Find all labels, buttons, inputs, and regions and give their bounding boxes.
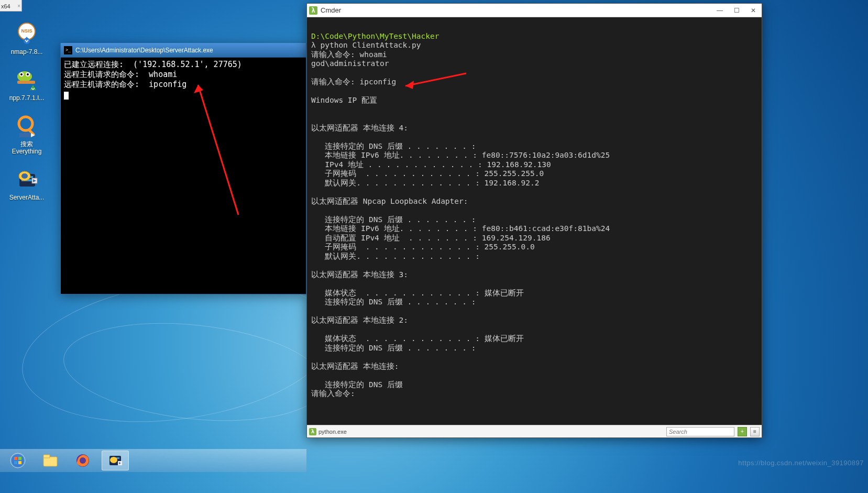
- desktop-icon-nmap[interactable]: NSIS nmap-7.8...: [3, 21, 50, 56]
- cmder-window[interactable]: λ Cmder — ☐ ✕ D:\Code\Python\MyTest\Hack…: [306, 3, 762, 438]
- svg-rect-29: [18, 457, 21, 460]
- svg-point-4: [17, 71, 32, 82]
- terminal-output[interactable]: 已建立远程连接: ('192.168.52.1', 27765) 远程主机请求的…: [61, 58, 306, 102]
- minimize-button[interactable]: —: [711, 4, 728, 17]
- titlebar[interactable]: λ Cmder — ☐ ✕: [307, 4, 762, 17]
- statusbar-tab-label[interactable]: python.exe: [318, 429, 347, 435]
- svg-rect-31: [18, 461, 21, 464]
- search-input[interactable]: [666, 427, 734, 436]
- watermark: https://blog.csdn.net/weixin_39190897: [738, 459, 864, 467]
- taskbar-serverattack-button[interactable]: [102, 451, 129, 470]
- window-title: Cmder: [321, 6, 341, 14]
- desktop-icons: NSIS nmap-7.8... npp.7.7.1.I... 搜索Everyt…: [3, 21, 56, 213]
- statusbar: λ python.exe + ≡: [307, 425, 762, 437]
- taskbar: [0, 449, 306, 472]
- desktop-icon-label: npp.7.7.1.I...: [3, 94, 50, 102]
- menu-button[interactable]: ≡: [750, 427, 760, 436]
- svg-point-8: [27, 73, 29, 75]
- titlebar[interactable]: C:\Users\Administrator\Desktop\ServerAtt…: [61, 43, 306, 58]
- new-tab-button[interactable]: +: [738, 427, 747, 436]
- desktop-icon-label: nmap-7.8...: [3, 48, 50, 56]
- nmap-icon: NSIS: [14, 21, 39, 46]
- desktop-icon-npp[interactable]: npp.7.7.1.I...: [3, 67, 50, 102]
- taskbar-start-button[interactable]: [4, 451, 31, 470]
- cmder-tab-icon: λ: [309, 428, 316, 435]
- window-title: C:\Users\Administrator\Desktop\ServerAtt…: [75, 47, 213, 54]
- background-tab[interactable]: x64 ×: [0, 0, 22, 12]
- everything-icon: [14, 113, 39, 138]
- svg-point-6: [20, 73, 23, 75]
- desktop-icon-everything[interactable]: 搜索Everything: [3, 113, 50, 155]
- serverattack-icon: [14, 167, 39, 192]
- svg-rect-13: [19, 133, 31, 137]
- background-tab-label: x64: [1, 3, 10, 9]
- svg-text:NSIS: NSIS: [21, 28, 32, 34]
- svg-point-19: [21, 173, 28, 179]
- close-icon[interactable]: ×: [17, 3, 20, 9]
- cmder-icon: λ: [309, 6, 317, 15]
- terminal-output[interactable]: D:\Code\Python\MyTest\Hacker λ python Cl…: [307, 17, 762, 425]
- desktop-icon-label: ServerAtta...: [3, 194, 50, 201]
- server-attack-window[interactable]: C:\Users\Administrator\Desktop\ServerAtt…: [60, 43, 306, 294]
- console-icon: [64, 46, 72, 54]
- desktop-icon-label: 搜索Everything: [3, 140, 50, 155]
- taskbar-explorer-button[interactable]: [37, 451, 64, 470]
- svg-rect-30: [14, 461, 17, 464]
- svg-point-11: [19, 117, 32, 130]
- svg-rect-33: [43, 455, 50, 458]
- cursor: [64, 92, 69, 100]
- desktop-icon-serverattack[interactable]: ServerAtta...: [3, 167, 50, 201]
- svg-point-27: [12, 454, 24, 467]
- npp-icon: [14, 67, 39, 92]
- wallpaper-streak: [59, 311, 329, 432]
- svg-point-38: [110, 457, 117, 463]
- maximize-button[interactable]: ☐: [728, 4, 745, 17]
- svg-rect-28: [14, 457, 17, 460]
- close-button[interactable]: ✕: [745, 4, 762, 17]
- svg-rect-9: [17, 81, 35, 84]
- svg-point-3: [24, 38, 30, 44]
- svg-rect-32: [43, 457, 57, 466]
- taskbar-firefox-button[interactable]: [69, 451, 96, 470]
- svg-point-35: [80, 457, 86, 464]
